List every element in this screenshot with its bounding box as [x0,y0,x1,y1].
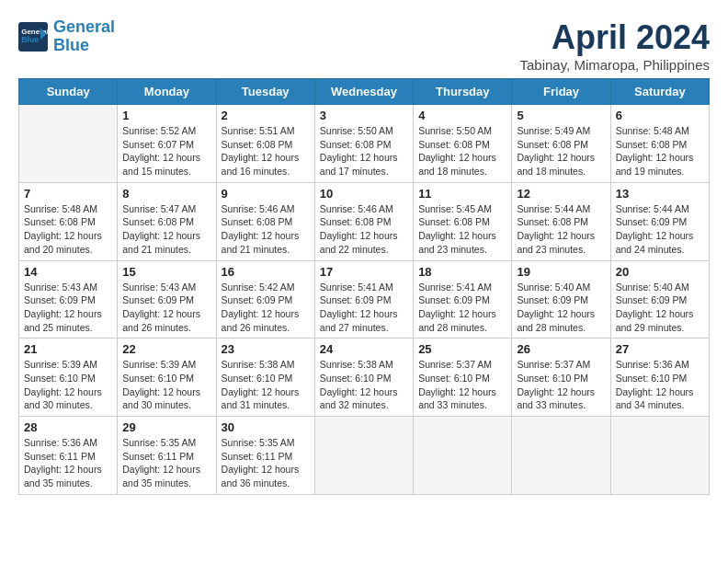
day-cell: 15Sunrise: 5:43 AM Sunset: 6:09 PM Dayli… [118,260,216,339]
day-cell [610,417,709,495]
day-cell: 6Sunrise: 5:48 AM Sunset: 6:08 PM Daylig… [610,105,709,183]
day-cell: 28Sunrise: 5:36 AM Sunset: 6:11 PM Dayli… [19,417,118,495]
day-number: 1 [122,109,210,122]
day-info: Sunrise: 5:38 AM Sunset: 6:10 PM Dayligh… [222,358,310,412]
day-number: 5 [517,109,605,122]
day-cell: 7Sunrise: 5:48 AM Sunset: 6:08 PM Daylig… [19,182,118,260]
day-info: Sunrise: 5:50 AM Sunset: 6:08 PM Dayligh… [320,124,408,178]
day-cell: 16Sunrise: 5:42 AM Sunset: 6:09 PM Dayli… [216,260,314,339]
day-cell: 18Sunrise: 5:41 AM Sunset: 6:09 PM Dayli… [414,260,512,339]
day-number: 9 [222,187,310,201]
day-cell: 23Sunrise: 5:38 AM Sunset: 6:10 PM Dayli… [216,339,314,417]
day-info: Sunrise: 5:40 AM Sunset: 6:09 PM Dayligh… [517,281,605,335]
day-cell: 8Sunrise: 5:47 AM Sunset: 6:08 PM Daylig… [118,182,216,260]
day-info: Sunrise: 5:35 AM Sunset: 6:11 PM Dayligh… [222,436,310,490]
day-info: Sunrise: 5:36 AM Sunset: 6:11 PM Dayligh… [24,436,112,490]
day-info: Sunrise: 5:41 AM Sunset: 6:09 PM Dayligh… [320,281,408,335]
col-header-thursday: Thursday [414,79,512,105]
day-cell: 25Sunrise: 5:37 AM Sunset: 6:10 PM Dayli… [414,339,512,417]
day-info: Sunrise: 5:46 AM Sunset: 6:08 PM Dayligh… [222,202,310,257]
day-cell [414,417,512,495]
calendar-header: SundayMondayTuesdayWednesdayThursdayFrid… [19,79,710,105]
week-row-2: 7Sunrise: 5:48 AM Sunset: 6:08 PM Daylig… [19,182,710,260]
day-cell: 20Sunrise: 5:40 AM Sunset: 6:09 PM Dayli… [610,260,709,339]
col-header-saturday: Saturday [610,79,709,105]
day-cell: 12Sunrise: 5:44 AM Sunset: 6:08 PM Dayli… [512,182,610,260]
svg-text:Blue: Blue [21,35,39,44]
calendar-table: SundayMondayTuesdayWednesdayThursdayFrid… [18,78,710,495]
day-cell: 30Sunrise: 5:35 AM Sunset: 6:11 PM Dayli… [216,417,314,495]
day-number: 18 [418,265,506,279]
day-cell: 13Sunrise: 5:44 AM Sunset: 6:09 PM Dayli… [610,182,709,260]
day-number: 20 [616,265,704,279]
day-info: Sunrise: 5:36 AM Sunset: 6:10 PM Dayligh… [616,358,704,412]
day-number: 7 [24,187,112,201]
week-row-3: 14Sunrise: 5:43 AM Sunset: 6:09 PM Dayli… [19,260,710,339]
day-info: Sunrise: 5:44 AM Sunset: 6:08 PM Dayligh… [517,202,605,257]
day-cell: 27Sunrise: 5:36 AM Sunset: 6:10 PM Dayli… [610,339,709,417]
day-cell [19,105,118,183]
day-cell: 1Sunrise: 5:52 AM Sunset: 6:07 PM Daylig… [118,105,216,183]
day-number: 3 [320,109,408,122]
day-info: Sunrise: 5:35 AM Sunset: 6:11 PM Dayligh… [122,436,210,490]
day-number: 26 [517,342,605,356]
day-cell: 5Sunrise: 5:49 AM Sunset: 6:08 PM Daylig… [512,105,610,183]
day-cell: 17Sunrise: 5:41 AM Sunset: 6:09 PM Dayli… [314,260,413,339]
header-row: SundayMondayTuesdayWednesdayThursdayFrid… [19,79,710,105]
day-info: Sunrise: 5:45 AM Sunset: 6:08 PM Dayligh… [418,202,506,257]
day-number: 12 [517,187,605,201]
day-cell: 29Sunrise: 5:35 AM Sunset: 6:11 PM Dayli… [118,417,216,495]
day-info: Sunrise: 5:39 AM Sunset: 6:10 PM Dayligh… [24,358,112,412]
day-number: 4 [418,109,506,122]
week-row-4: 21Sunrise: 5:39 AM Sunset: 6:10 PM Dayli… [19,339,710,417]
day-cell: 21Sunrise: 5:39 AM Sunset: 6:10 PM Dayli… [19,339,118,417]
day-number: 11 [418,187,506,201]
day-cell: 2Sunrise: 5:51 AM Sunset: 6:08 PM Daylig… [216,105,314,183]
col-header-friday: Friday [512,79,610,105]
calendar-body: 1Sunrise: 5:52 AM Sunset: 6:07 PM Daylig… [19,105,710,495]
day-info: Sunrise: 5:40 AM Sunset: 6:09 PM Dayligh… [616,281,704,335]
day-number: 15 [122,265,210,279]
day-number: 13 [616,187,704,201]
day-number: 24 [320,342,408,356]
day-number: 30 [222,420,310,434]
day-info: Sunrise: 5:37 AM Sunset: 6:10 PM Dayligh… [517,358,605,412]
day-cell: 26Sunrise: 5:37 AM Sunset: 6:10 PM Dayli… [512,339,610,417]
day-cell: 3Sunrise: 5:50 AM Sunset: 6:08 PM Daylig… [314,105,413,183]
day-number: 2 [222,109,310,122]
day-number: 16 [222,265,310,279]
logo: General Blue General Blue [18,18,115,55]
day-cell: 22Sunrise: 5:39 AM Sunset: 6:10 PM Dayli… [118,339,216,417]
page-header: General Blue General Blue April 2024 Tab… [18,18,710,73]
day-number: 25 [418,342,506,356]
day-number: 28 [24,420,112,434]
day-info: Sunrise: 5:47 AM Sunset: 6:08 PM Dayligh… [122,202,210,257]
day-cell: 4Sunrise: 5:50 AM Sunset: 6:08 PM Daylig… [414,105,512,183]
day-number: 6 [616,109,704,122]
day-info: Sunrise: 5:52 AM Sunset: 6:07 PM Dayligh… [122,124,210,178]
day-info: Sunrise: 5:48 AM Sunset: 6:08 PM Dayligh… [24,202,112,257]
day-cell: 24Sunrise: 5:38 AM Sunset: 6:10 PM Dayli… [314,339,413,417]
day-number: 21 [24,342,112,356]
day-cell [314,417,413,495]
day-number: 27 [616,342,704,356]
day-number: 8 [122,187,210,201]
day-info: Sunrise: 5:51 AM Sunset: 6:08 PM Dayligh… [222,124,310,178]
day-cell: 10Sunrise: 5:46 AM Sunset: 6:08 PM Dayli… [314,182,413,260]
day-number: 17 [320,265,408,279]
logo-text: General Blue [53,18,115,55]
day-number: 29 [122,420,210,434]
day-info: Sunrise: 5:49 AM Sunset: 6:08 PM Dayligh… [517,124,605,178]
day-info: Sunrise: 5:41 AM Sunset: 6:09 PM Dayligh… [418,281,506,335]
day-info: Sunrise: 5:42 AM Sunset: 6:09 PM Dayligh… [222,281,310,335]
day-number: 22 [122,342,210,356]
col-header-monday: Monday [118,79,216,105]
title-block: April 2024 Tabinay, Mimaropa, Philippine… [520,18,711,73]
day-info: Sunrise: 5:44 AM Sunset: 6:09 PM Dayligh… [616,202,704,257]
day-number: 19 [517,265,605,279]
day-cell: 11Sunrise: 5:45 AM Sunset: 6:08 PM Dayli… [414,182,512,260]
week-row-1: 1Sunrise: 5:52 AM Sunset: 6:07 PM Daylig… [19,105,710,183]
day-info: Sunrise: 5:37 AM Sunset: 6:10 PM Dayligh… [418,358,506,412]
day-cell: 9Sunrise: 5:46 AM Sunset: 6:08 PM Daylig… [216,182,314,260]
day-info: Sunrise: 5:39 AM Sunset: 6:10 PM Dayligh… [122,358,210,412]
